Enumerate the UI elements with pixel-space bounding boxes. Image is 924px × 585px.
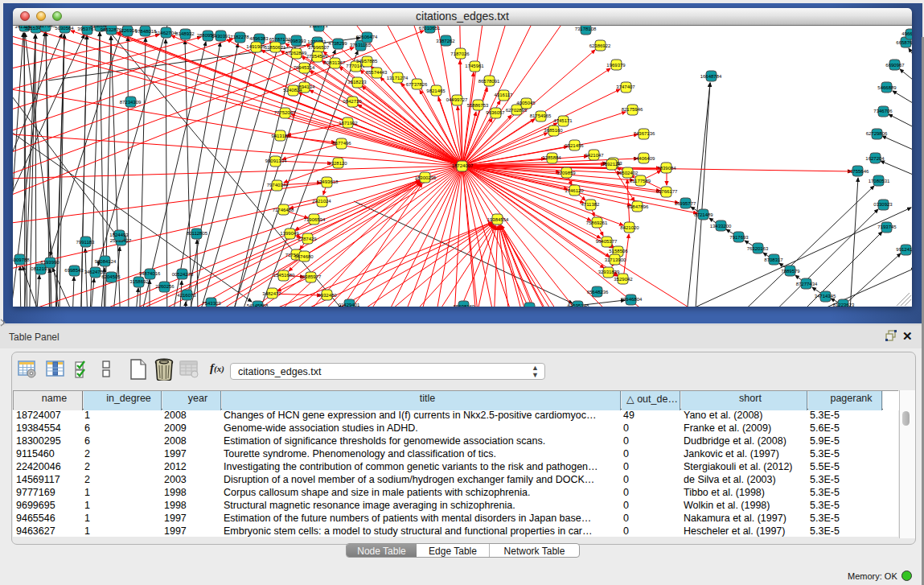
svg-text:37996507: 37996507 [308,45,330,50]
svg-text:3529042: 3529042 [614,277,633,282]
svg-text:76320163: 76320163 [747,246,769,251]
svg-text:55886753: 55886753 [467,103,489,108]
svg-text:79740344: 79740344 [267,183,289,187]
svg-text:7917693: 7917693 [729,235,749,240]
svg-text:34957885: 34957885 [356,59,378,64]
svg-text:94406409: 94406409 [634,156,655,161]
svg-text:31713900: 31713900 [605,257,626,262]
svg-text:7182278: 7182278 [230,35,249,39]
svg-text:0932480: 0932480 [318,293,337,298]
svg-text:5158506: 5158506 [609,249,628,253]
svg-text:69847896: 69847896 [627,204,649,209]
svg-text:02606474: 02606474 [356,35,378,39]
svg-text:73178108: 73178108 [575,27,597,31]
svg-text:6690967: 6690967 [885,63,905,68]
svg-text:13493618: 13493618 [317,179,339,184]
svg-text:82175946: 82175946 [622,107,643,112]
svg-text:62729806: 62729806 [866,131,888,136]
svg-text:75869261: 75869261 [586,220,608,225]
svg-text:1627204: 1627204 [865,156,885,161]
svg-text:9821465: 9821465 [426,89,446,93]
svg-text:4005045: 4005045 [516,101,536,105]
svg-text:71746488: 71746488 [273,208,294,212]
svg-text:8677496: 8677496 [332,141,351,146]
svg-text:67010651: 67010651 [419,26,441,31]
svg-text:7889579: 7889579 [781,269,800,274]
svg-text:3387262: 3387262 [436,39,455,43]
svg-text:71906594: 71906594 [304,217,326,222]
svg-text:86578091: 86578091 [478,79,500,84]
svg-text:1671902: 1671902 [339,121,358,126]
svg-text:77752047: 77752047 [274,110,296,115]
svg-text:4738299: 4738299 [328,41,347,46]
svg-text:4711382: 4711382 [581,202,601,207]
svg-text:76945314: 76945314 [294,65,315,70]
svg-text:9421047: 9421047 [585,153,604,158]
svg-text:5430391: 5430391 [211,34,231,39]
svg-text:97848018: 97848018 [135,29,157,34]
svg-text:1969379: 1969379 [606,63,626,68]
svg-text:9413186: 9413186 [271,134,290,138]
svg-text:18300295: 18300295 [415,175,437,180]
svg-text:87277434: 87277434 [796,282,818,286]
svg-text:13171274: 13171274 [387,76,409,80]
svg-text:74367136: 74367136 [634,131,655,136]
svg-text:37631165: 37631165 [350,43,372,47]
svg-text:39502402: 39502402 [617,171,639,175]
svg-text:0330923: 0330923 [873,202,893,207]
svg-text:2787429: 2787429 [298,237,317,241]
svg-text:51850671: 51850671 [265,45,286,50]
svg-text:6998543: 6998543 [64,268,84,273]
svg-text:8148932: 8148932 [175,31,195,36]
svg-text:9912419: 9912419 [896,247,912,252]
svg-text:85574443: 85574443 [366,70,388,75]
svg-text:29946804: 29946804 [621,297,643,302]
svg-text:18724007: 18724007 [452,163,474,168]
svg-text:3285884: 3285884 [542,155,561,160]
svg-text:5466889: 5466889 [877,85,897,90]
svg-text:19384554: 19384554 [487,217,509,222]
svg-text:3747407: 3747407 [616,84,635,89]
svg-text:61595148: 61595148 [568,303,589,307]
svg-text:34714345: 34714345 [815,294,836,299]
svg-text:3518233: 3518233 [347,80,367,84]
svg-text:81177589: 81177589 [630,179,651,183]
svg-text:7193745: 7193745 [877,225,897,229]
svg-text:4966319: 4966319 [901,31,912,36]
svg-text:81754965: 81754965 [530,113,552,118]
svg-text:6658760: 6658760 [896,40,912,45]
svg-text:32931839: 32931839 [598,270,620,274]
svg-text:5240824: 5240824 [283,88,302,93]
svg-text:96405377: 96405377 [596,239,618,244]
svg-text:80112805: 80112805 [187,231,208,236]
svg-text:4060883: 4060883 [520,306,540,307]
svg-text:16648784: 16648784 [700,74,722,79]
svg-text:2328120: 2328120 [328,161,347,166]
svg-text:99091334: 99091334 [265,159,287,163]
svg-text:5098393: 5098393 [287,39,306,43]
svg-text:7187026: 7187026 [450,51,470,56]
svg-text:13433200: 13433200 [710,224,732,229]
svg-text:87234309: 87234309 [120,100,142,105]
svg-text:7543303: 7543303 [202,301,221,306]
svg-text:62386922: 62386922 [589,43,611,48]
svg-text:1824493: 1824493 [109,233,129,237]
svg-text:34874016: 34874016 [139,271,161,276]
svg-text:98084124: 98084124 [95,259,117,264]
svg-text:4896383: 4896383 [249,36,269,41]
svg-text:3482477: 3482477 [262,291,281,296]
svg-text:4316117: 4316117 [495,93,514,97]
svg-text:1491905: 1491905 [246,44,265,49]
svg-text:5009788: 5009788 [13,257,30,262]
svg-text:00524278: 00524278 [172,272,194,277]
svg-text:5030564: 5030564 [55,26,74,31]
svg-text:2421024: 2421024 [312,199,331,204]
svg-text:65648236: 65648236 [587,290,609,295]
svg-text:00766177: 00766177 [656,189,678,194]
svg-text:7346706: 7346706 [873,109,893,113]
svg-text:8327648: 8327648 [36,26,55,28]
svg-text:80831367: 80831367 [324,60,346,65]
svg-text:8421020: 8421020 [620,225,639,230]
svg-text:81223623: 81223623 [833,303,855,307]
svg-text:5674680: 5674680 [294,254,314,259]
